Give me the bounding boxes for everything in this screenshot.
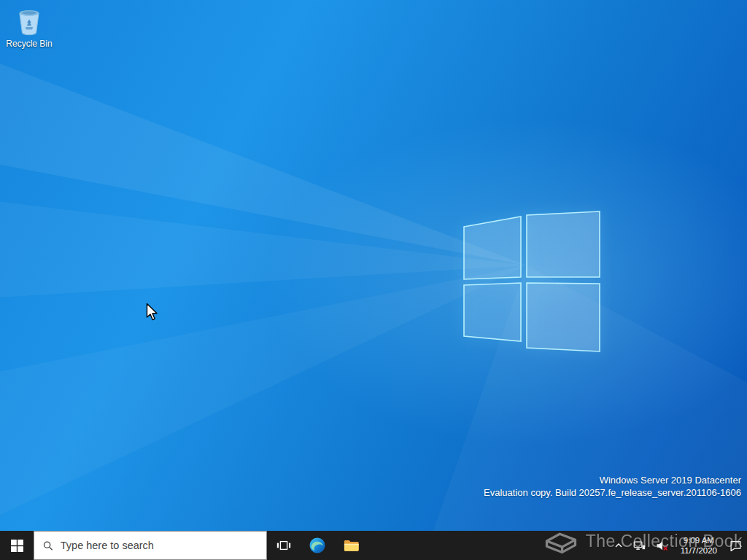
recycle-bin-icon[interactable]: Recycle Bin bbox=[4, 6, 54, 49]
volume-muted-icon bbox=[656, 540, 668, 552]
clock-date: 11/7/2020 bbox=[681, 545, 717, 556]
build-line: Evaluation copy. Build 20257.fe_release_… bbox=[484, 486, 741, 499]
volume-tray-button[interactable] bbox=[651, 531, 673, 560]
file-explorer-icon bbox=[343, 537, 360, 554]
action-center-icon bbox=[729, 540, 742, 552]
start-button[interactable] bbox=[0, 531, 34, 560]
edition-line: Windows Server 2019 Datacenter bbox=[484, 474, 741, 486]
action-center-button[interactable] bbox=[724, 531, 747, 560]
taskbar-clock[interactable]: 9:09 AM 11/7/2020 bbox=[673, 531, 724, 560]
file-explorer-button[interactable] bbox=[334, 531, 368, 560]
taskbar: 9:09 AM 11/7/2020 bbox=[0, 531, 747, 560]
recycle-bin-glyph bbox=[14, 6, 44, 36]
edge-button[interactable] bbox=[301, 531, 334, 560]
taskbar-search-box[interactable] bbox=[34, 531, 267, 560]
light-beam bbox=[0, 0, 747, 531]
show-hidden-icons-button[interactable] bbox=[609, 531, 628, 560]
light-beam bbox=[0, 0, 747, 531]
light-beam bbox=[0, 0, 747, 531]
recycle-bin-label: Recycle Bin bbox=[6, 39, 52, 49]
light-beam bbox=[0, 0, 747, 531]
system-tray: 9:09 AM 11/7/2020 bbox=[609, 531, 747, 560]
windows-logo-wallpaper bbox=[460, 208, 605, 357]
network-tray-button[interactable] bbox=[628, 531, 651, 560]
edition-watermark: Windows Server 2019 Datacenter Evaluatio… bbox=[484, 474, 741, 499]
chevron-up-icon bbox=[614, 541, 623, 550]
clock-time: 9:09 AM bbox=[684, 535, 714, 545]
search-input[interactable] bbox=[61, 540, 258, 551]
taskbar-empty-area bbox=[368, 531, 609, 560]
network-ethernet-icon bbox=[633, 540, 646, 552]
desktop[interactable]: Recycle Bin Windows Server 2019 Datacent… bbox=[0, 0, 747, 531]
task-view-icon bbox=[276, 538, 291, 553]
windows-start-icon bbox=[11, 540, 23, 552]
edge-icon bbox=[309, 537, 326, 554]
search-icon bbox=[43, 540, 53, 551]
task-view-button[interactable] bbox=[267, 531, 301, 560]
